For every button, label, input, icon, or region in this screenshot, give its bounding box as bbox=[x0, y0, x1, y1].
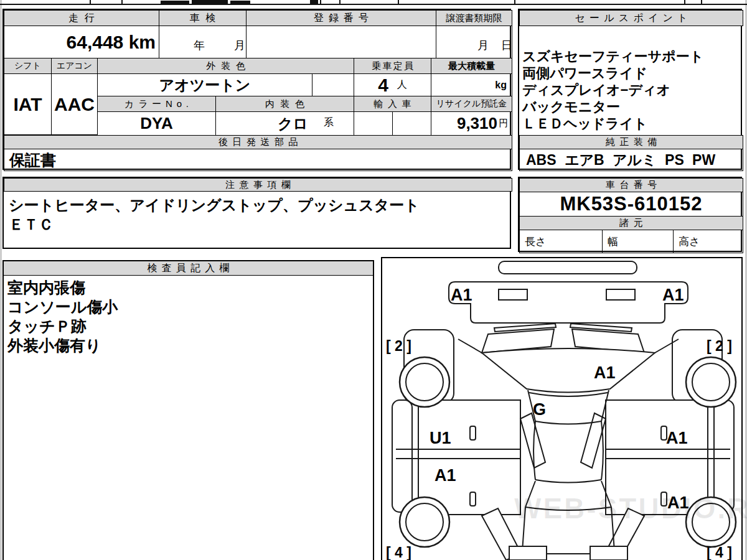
deadline-day-label: 日 bbox=[501, 38, 512, 53]
cropped-cell-line bbox=[90, 0, 91, 4]
left-pillar-band bbox=[520, 413, 545, 468]
mark-left-front-door: U1 bbox=[430, 429, 451, 447]
sales-points-header: セールスポイント bbox=[519, 10, 743, 26]
front-right-wheel-inner bbox=[692, 363, 730, 401]
max-load-header: 最大積載量 bbox=[431, 58, 512, 74]
rear-left-wheel-inner bbox=[406, 503, 443, 541]
mark-left-rear-door: A1 bbox=[435, 466, 456, 485]
cowl-line bbox=[529, 393, 608, 396]
imported-car-header: 輸入車 bbox=[354, 96, 431, 112]
mark-front-bumper-right: A1 bbox=[662, 286, 684, 304]
capacity-cell: 4 人 bbox=[354, 73, 431, 96]
cropped-cell-line bbox=[684, 0, 685, 4]
capacity-unit: 人 bbox=[397, 78, 407, 91]
rear-window-top bbox=[535, 480, 601, 483]
color-no-header: カラーNo. bbox=[97, 96, 216, 112]
chassis-number-header: 車台番号 bbox=[519, 178, 743, 192]
cropped-row-border bbox=[0, 4, 747, 5]
recycle-deposit-cell: 9,310 円 bbox=[431, 111, 512, 136]
inspector-notes-header: 検査員記入欄 bbox=[4, 261, 373, 276]
imported-car-cell-a bbox=[354, 111, 393, 136]
recycle-deposit-unit: 円 bbox=[499, 118, 508, 129]
caution-note-line: ＥＴＣ bbox=[9, 215, 420, 234]
watermark-text: WEB-STUDIO.RU bbox=[514, 492, 747, 525]
transfer-docs-deadline-header: 譲渡書類期限 bbox=[436, 10, 512, 26]
sales-point-item: ディスプレイオ−ディオ bbox=[522, 82, 703, 98]
capacity-value: 4 bbox=[378, 75, 388, 96]
cropped-text-fragment bbox=[192, 0, 228, 4]
vehicle-info-table: 走行 車検 登録番号 譲渡書類期限 64,448 km 年 月 月 日 シフト … bbox=[2, 9, 511, 170]
front-bumper-strip bbox=[499, 261, 637, 274]
mark-hood: A1 bbox=[594, 363, 616, 382]
cropped-text-fragment bbox=[310, 0, 318, 4]
shift-value: IAT bbox=[4, 73, 52, 135]
recycle-deposit-header: リサイクル預託金 bbox=[431, 96, 512, 112]
mileage-value: 64,448 km bbox=[4, 26, 159, 58]
color-no-value: DYA bbox=[97, 111, 216, 136]
genuine-equipment-header: 純正装備 bbox=[519, 135, 743, 149]
interior-color-cell: クロ 系 bbox=[215, 111, 354, 136]
mark-front-left-tire: [ 2 ] bbox=[386, 338, 411, 354]
later-shipped-parts-header: 後日発送部品 bbox=[4, 135, 512, 149]
registration-number-value bbox=[246, 26, 436, 58]
interior-color-suffix: 系 bbox=[324, 116, 334, 129]
damage-diagram-box: WEB-STUDIO.RU bbox=[381, 257, 743, 560]
recycle-deposit-value: 9,310 bbox=[457, 114, 497, 133]
cropped-cell-line bbox=[339, 0, 341, 4]
inspector-note-line: タッチＰ跡 bbox=[7, 317, 118, 336]
inspector-note-line: コンソール傷小 bbox=[7, 297, 118, 317]
left-rocker-panel bbox=[392, 400, 412, 512]
caution-notes-header: 注意事項欄 bbox=[4, 178, 512, 192]
imported-car-cell-b bbox=[392, 111, 431, 136]
mark-cowl: G bbox=[533, 400, 546, 419]
inspector-note-line: 室内内張傷 bbox=[7, 278, 118, 297]
sales-point-item: 両側パワースライド bbox=[522, 65, 703, 82]
caution-note-line: シートヒーター、アイドリングストップ、プッシュスタート bbox=[9, 195, 420, 215]
rear-bumper-center bbox=[547, 554, 590, 560]
rear-bumper-left-step bbox=[509, 546, 547, 560]
cropped-cell-line bbox=[121, 0, 123, 4]
capacity-header: 乗車定員 bbox=[354, 58, 431, 74]
mark-rear-right-tire: [ 4 ] bbox=[707, 544, 732, 560]
sales-point-item: スズキセーフティーサポート bbox=[522, 48, 703, 65]
aircon-value: AAC bbox=[51, 73, 98, 135]
later-shipped-parts-value: 保証書 bbox=[4, 149, 512, 171]
aircon-header: エアコン bbox=[51, 58, 98, 74]
rear-bumper-right-step bbox=[590, 546, 627, 560]
mileage-header: 走行 bbox=[4, 10, 159, 26]
cropped-cell-line bbox=[514, 0, 515, 4]
mark-right-front-door: A1 bbox=[666, 429, 688, 447]
mark-front-right-tire: [ 2 ] bbox=[707, 338, 732, 354]
chassis-specs-table: 車台番号 MK53S-610152 諸元 長さ 幅 高さ bbox=[518, 177, 742, 252]
front-bumper bbox=[449, 282, 688, 323]
hood-panel bbox=[482, 348, 655, 392]
cropped-cell-line bbox=[320, 0, 321, 4]
cropped-text-fragment bbox=[230, 1, 250, 4]
inspection-header: 車検 bbox=[159, 10, 247, 26]
cropped-cell-line bbox=[398, 0, 399, 4]
transfer-deadline-cell: 月 日 bbox=[436, 26, 512, 58]
chassis-number-value: MK53S-610152 bbox=[519, 192, 743, 217]
max-load-value: kg bbox=[431, 73, 512, 96]
inspector-notes-box: 検査員記入欄 室内内張傷 コンソール傷小 タッチＰ跡 外装小傷有り bbox=[2, 260, 374, 560]
shift-header: シフト bbox=[4, 58, 52, 74]
front-right-lamp-slot bbox=[606, 289, 635, 300]
registration-number-header: 登録番号 bbox=[246, 10, 436, 26]
spec-length-label: 長さ bbox=[519, 230, 603, 253]
specs-header: 諸元 bbox=[519, 216, 743, 230]
genuine-equipment-value: ABS エアB アルミ PS PW bbox=[519, 149, 743, 171]
inspector-note-line: 外装小傷有り bbox=[7, 336, 118, 355]
left-rear-door-handle bbox=[470, 492, 476, 506]
interior-color-header: 内装色 bbox=[215, 96, 354, 112]
exterior-color-extra-cell bbox=[312, 73, 354, 96]
deadline-month-label: 月 bbox=[477, 38, 489, 53]
inspection-date-cell: 年 月 bbox=[159, 26, 247, 58]
inspector-notes-body: 室内内張傷 コンソール傷小 タッチＰ跡 外装小傷有り bbox=[7, 278, 118, 355]
spec-height-label: 高さ bbox=[673, 230, 743, 253]
caution-notes-body: シートヒーター、アイドリングストップ、プッシュスタート ＥＴＣ bbox=[9, 195, 420, 234]
left-front-door-handle bbox=[470, 426, 476, 440]
cropped-text-fragment bbox=[161, 1, 189, 4]
front-left-lamp-slot bbox=[499, 289, 527, 300]
mark-front-bumper-left: A1 bbox=[451, 286, 472, 304]
mark-rear-left-tire: [ 4 ] bbox=[386, 544, 411, 560]
